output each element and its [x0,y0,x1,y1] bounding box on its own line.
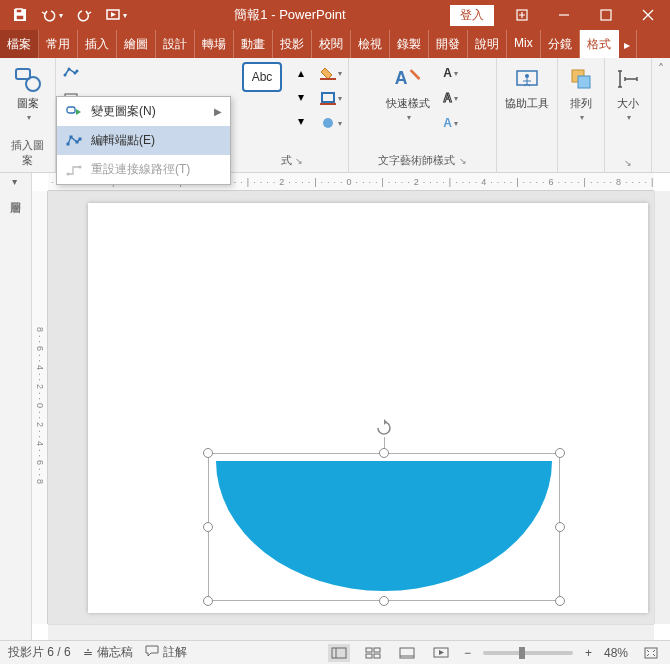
svg-rect-1 [16,9,22,13]
ruler-vertical: 8··6··4··2··0··2··4··6··8 [32,191,48,624]
tab-transitions[interactable]: 轉場 [195,30,234,58]
svg-rect-22 [76,140,79,143]
arrange-button[interactable]: 排列▾ [564,62,598,124]
app-name: PowerPoint [279,7,345,22]
comments-icon [145,645,159,660]
zoom-out-button[interactable]: − [464,646,471,660]
doc-name: 簡報1 [234,7,267,22]
minimize-icon[interactable] [544,1,584,29]
text-fill-button[interactable]: A▾ [440,62,462,84]
tab-home[interactable]: 常用 [39,30,78,58]
zoom-level[interactable]: 48% [604,646,628,660]
size-launcher-icon[interactable]: ↘ [624,158,632,168]
size-button[interactable]: 大小▾ [611,62,645,124]
menu-edit-points[interactable]: 編輯端點(E) [57,126,230,155]
tab-sharing[interactable]: 分鏡 [541,30,580,58]
svg-point-14 [76,70,79,73]
shape-styles-launcher-icon[interactable]: ↘ [295,156,303,166]
slide[interactable] [88,203,648,613]
signin-button[interactable]: 登入 [450,5,494,26]
redo-icon[interactable] [70,3,98,27]
undo-icon[interactable]: ▾ [38,3,66,27]
fit-to-window-icon[interactable] [640,644,662,662]
group-shape-styles-label: 式 [281,154,292,166]
tab-review[interactable]: 校閱 [312,30,351,58]
selected-shape-halfcircle[interactable] [208,453,560,601]
svg-point-12 [68,68,71,71]
edit-points-icon [65,133,83,149]
tab-draw[interactable]: 繪圖 [117,30,156,58]
shapes-label: 圖案 [17,96,39,111]
start-from-beginning-icon[interactable]: ▾ [102,3,130,27]
collapse-ribbon-icon[interactable]: ˄ [652,58,670,172]
status-slide-count: 投影片 6 / 6 [8,644,71,661]
resize-handle-se[interactable] [555,596,565,606]
group-wordart-styles-label: 文字藝術師樣式 [378,154,455,166]
tab-recording[interactable]: 錄製 [390,30,429,58]
view-reading-icon[interactable] [396,644,418,662]
shape-style-thumb-1[interactable]: Abc [242,62,282,92]
resize-handle-n[interactable] [379,448,389,458]
resize-handle-sw[interactable] [203,596,213,606]
resize-handle-s[interactable] [379,596,389,606]
tab-file[interactable]: 檔案 [0,30,39,58]
gallery-up-icon[interactable]: ▴ [290,62,312,84]
view-slideshow-icon[interactable] [430,644,452,662]
tab-mix[interactable]: Mix [507,30,541,58]
maximize-icon[interactable] [586,1,626,29]
menu-edit-points-label: 編輯端點(E) [91,132,155,149]
save-icon[interactable] [6,3,34,27]
notes-button[interactable]: 備忘稿 [97,644,133,661]
svg-rect-35 [332,648,346,658]
menu-reroute-label: 重設連接線路徑(T) [91,161,190,178]
menu-change-shape[interactable]: 變更圖案(N) ▶ [57,97,230,126]
shape-effects-button[interactable]: ▾ [320,112,342,134]
slide-canvas[interactable] [48,191,654,624]
tab-view[interactable]: 檢視 [351,30,390,58]
svg-point-32 [525,74,529,78]
gallery-down-icon[interactable]: ▾ [290,86,312,108]
accessibility-button[interactable]: 協助工具 [503,62,551,113]
gallery-more-icon[interactable]: ▾ [290,110,312,132]
tab-insert[interactable]: 插入 [78,30,117,58]
resize-handle-e[interactable] [555,522,565,532]
tab-animations[interactable]: 動畫 [234,30,273,58]
close-icon[interactable] [628,1,668,29]
svg-rect-23 [79,137,82,140]
zoom-in-button[interactable]: + [585,646,592,660]
shapes-gallery-button[interactable]: 圖案 ▾ [11,62,45,124]
tab-developer[interactable]: 開發 [429,30,468,58]
edit-shape-button[interactable] [60,62,82,84]
thumbnails-expand-icon[interactable]: ▸ [10,180,21,185]
tab-format[interactable]: 格式 [580,30,619,58]
scrollbar-vertical[interactable] [654,191,670,624]
svg-text:A: A [394,68,407,88]
resize-handle-w[interactable] [203,522,213,532]
resize-handle-ne[interactable] [555,448,565,458]
wordart-launcher-icon[interactable]: ↘ [459,156,467,166]
reroute-icon [65,162,83,178]
view-normal-icon[interactable] [328,644,350,662]
quick-styles-button[interactable]: A 快速樣式▾ [384,62,432,124]
tab-design[interactable]: 設計 [156,30,195,58]
svg-point-29 [323,118,333,128]
shape-fill-button[interactable]: ▾ [320,62,342,84]
accessibility-label: 協助工具 [505,96,549,111]
tab-help[interactable]: 說明 [468,30,507,58]
text-effects-button[interactable]: A▾ [440,112,462,134]
rotate-handle-icon[interactable] [375,419,393,437]
tab-overflow-icon[interactable]: ▸ [619,30,637,58]
shape-outline-button[interactable]: ▾ [320,87,342,109]
notes-icon: ≐ [83,646,93,660]
resize-handle-nw[interactable] [203,448,213,458]
svg-rect-21 [70,135,73,138]
scrollbar-horizontal[interactable] [48,624,654,640]
ribbon-options-icon[interactable] [502,1,542,29]
tab-slideshow[interactable]: 投影 [273,30,312,58]
view-sorter-icon[interactable] [362,644,384,662]
quick-styles-label: 快速樣式 [386,96,430,111]
svg-rect-40 [374,654,380,658]
text-outline-button[interactable]: A▾ [440,87,462,109]
zoom-slider[interactable] [483,651,573,655]
comments-button[interactable]: 註解 [163,644,187,661]
